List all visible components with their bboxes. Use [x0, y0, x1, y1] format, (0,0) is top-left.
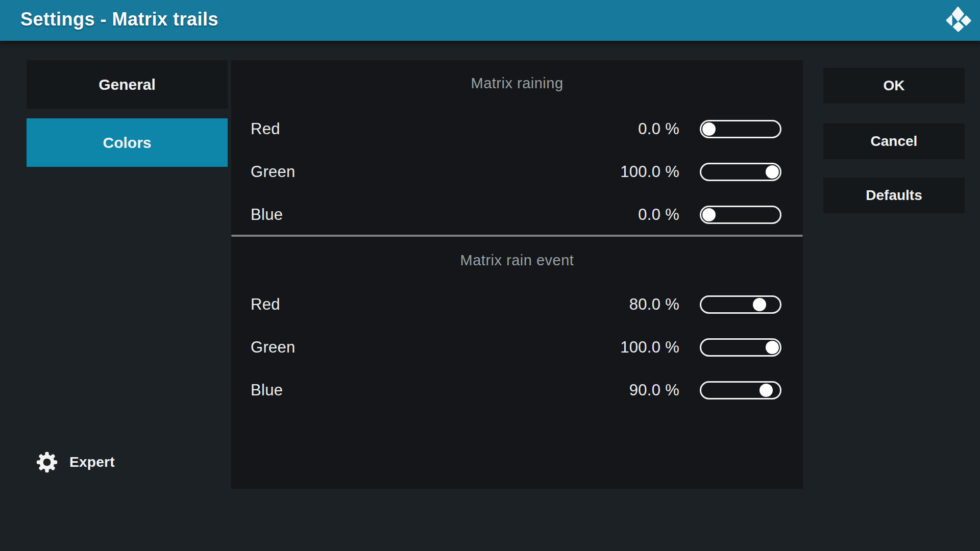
slider-knob[interactable]	[760, 384, 773, 397]
setting-value: 0.0 %	[593, 206, 679, 224]
setting-value: 90.0 %	[593, 381, 679, 399]
ok-button-label: OK	[884, 78, 905, 94]
slider-raining-red[interactable]	[700, 120, 781, 138]
cancel-button-label: Cancel	[871, 133, 918, 149]
sidebar-item-general[interactable]: General	[27, 60, 228, 109]
section-divider	[231, 235, 803, 237]
header-bar: Settings - Matrix trails	[0, 0, 980, 41]
slider-event-red[interactable]	[700, 295, 781, 314]
slider-knob[interactable]	[753, 298, 766, 311]
setting-value: 0.0 %	[593, 120, 679, 138]
slider-raining-blue[interactable]	[700, 206, 781, 224]
settings-level-toggle[interactable]: Expert	[36, 450, 115, 474]
defaults-button[interactable]: Defaults	[823, 178, 965, 213]
setting-value: 100.0 %	[593, 163, 679, 181]
settings-dialog: Settings - Matrix trails General Colors …	[0, 0, 980, 551]
page-title: Settings - Matrix trails	[20, 0, 218, 39]
slider-raining-green[interactable]	[700, 163, 781, 181]
setting-row-raining-green[interactable]: Green 100.0 %	[231, 160, 803, 184]
setting-label: Red	[251, 120, 593, 138]
section-title-matrix-rain-event: Matrix rain event	[231, 250, 803, 270]
slider-knob[interactable]	[702, 122, 716, 136]
cancel-button[interactable]: Cancel	[823, 123, 965, 159]
setting-label: Green	[251, 338, 593, 357]
kodi-logo-icon	[943, 5, 976, 35]
settings-panel: Matrix raining Red 0.0 % Green 100.0 % B…	[231, 60, 803, 489]
setting-row-event-blue[interactable]: Blue 90.0 %	[231, 378, 803, 403]
slider-knob[interactable]	[702, 208, 716, 221]
setting-label: Green	[251, 163, 593, 181]
slider-knob[interactable]	[766, 165, 779, 179]
setting-row-event-red[interactable]: Red 80.0 %	[231, 292, 803, 317]
sidebar-item-label: General	[99, 76, 156, 93]
sidebar-item-label: Colors	[103, 134, 151, 152]
slider-event-blue[interactable]	[700, 381, 781, 399]
setting-value: 100.0 %	[593, 338, 679, 357]
sidebar-item-colors[interactable]: Colors	[27, 118, 228, 167]
setting-label: Blue	[251, 381, 593, 399]
setting-label: Red	[251, 295, 593, 314]
setting-label: Blue	[251, 206, 593, 224]
settings-level-label: Expert	[69, 454, 115, 470]
defaults-button-label: Defaults	[866, 187, 922, 204]
slider-knob[interactable]	[766, 341, 779, 354]
setting-row-event-green[interactable]: Green 100.0 %	[231, 335, 803, 360]
section-title-matrix-raining: Matrix raining	[231, 73, 803, 93]
slider-event-green[interactable]	[700, 338, 781, 357]
setting-row-raining-blue[interactable]: Blue 0.0 %	[231, 203, 803, 227]
ok-button[interactable]: OK	[823, 68, 965, 104]
setting-value: 80.0 %	[593, 295, 679, 314]
gear-icon	[36, 450, 58, 474]
setting-row-raining-red[interactable]: Red 0.0 %	[231, 117, 803, 141]
